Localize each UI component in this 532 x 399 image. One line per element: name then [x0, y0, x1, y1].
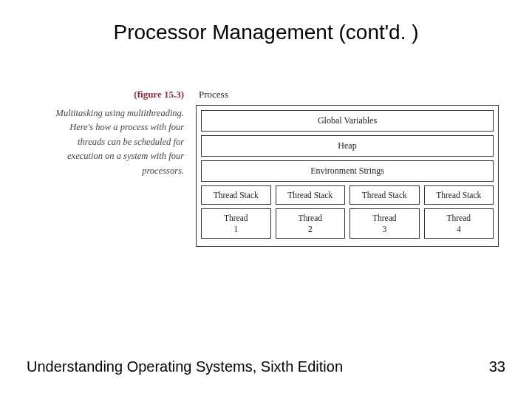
thread-number: 1	[202, 224, 270, 234]
thread-number: 2	[276, 224, 345, 234]
thread-2: Thread Stack Thread 2	[276, 185, 346, 239]
thread-cell: Thread 1	[201, 208, 271, 239]
figure-caption-column: (figure 15.3) Multitasking using multith…	[55, 89, 196, 247]
content-area: (figure 15.3) Multitasking using multith…	[55, 89, 499, 247]
thread-1: Thread Stack Thread 1	[201, 185, 271, 239]
thread-stack-cell: Thread Stack	[349, 185, 420, 205]
diagram-column: Process Global Variables Heap Environmen…	[196, 89, 499, 247]
thread-cell: Thread 2	[276, 208, 346, 239]
thread-number: 3	[350, 224, 419, 234]
slide: Processor Management (cont'd. ) (figure …	[0, 0, 532, 399]
process-label: Process	[199, 89, 499, 100]
thread-stack-cell: Thread Stack	[276, 185, 346, 205]
segment-environment-strings: Environment Strings	[201, 160, 494, 182]
thread-name: Thread	[446, 214, 471, 222]
footer-book-title: Understanding Operating Systems, Sixth E…	[27, 358, 343, 375]
thread-name: Thread	[372, 214, 397, 222]
thread-3: Thread Stack Thread 3	[349, 185, 420, 239]
thread-row: Thread Stack Thread 1 Thread Stack Threa…	[201, 185, 494, 239]
figure-label: (figure 15.3)	[55, 89, 184, 100]
thread-number: 4	[425, 224, 494, 234]
thread-stack-cell: Thread Stack	[201, 185, 271, 205]
footer-page-number: 33	[489, 358, 505, 375]
figure-caption: Multitasking using multithreading. Here'…	[55, 106, 184, 178]
process-box: Global Variables Heap Environment String…	[196, 105, 499, 247]
segment-global-variables: Global Variables	[201, 110, 494, 132]
thread-name: Thread	[298, 214, 322, 222]
thread-4: Thread Stack Thread 4	[424, 185, 494, 239]
page-title: Processor Management (cont'd. )	[0, 21, 532, 44]
thread-stack-cell: Thread Stack	[424, 185, 494, 205]
thread-cell: Thread 4	[424, 208, 494, 239]
thread-name: Thread	[224, 214, 248, 222]
thread-cell: Thread 3	[349, 208, 420, 239]
segment-heap: Heap	[201, 135, 494, 157]
